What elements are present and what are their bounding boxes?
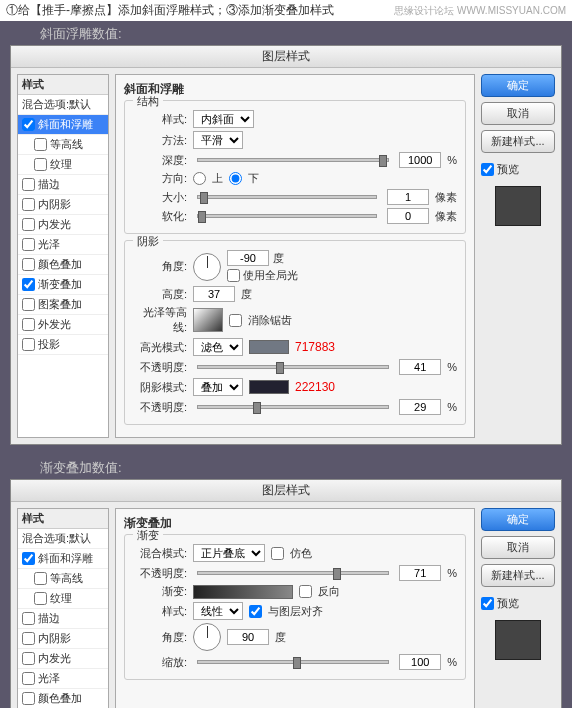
preview-swatch — [495, 186, 541, 226]
style-list-header: 样式 — [18, 509, 108, 529]
altitude-input[interactable] — [193, 286, 235, 302]
blending-options-row[interactable]: 混合选项:默认 — [18, 529, 108, 549]
highlight-mode-select[interactable]: 滤色 — [193, 338, 243, 356]
layerstyle-dialog-gradient: 图层样式 样式 混合选项:默认 斜面和浮雕 等高线 纹理 描边 内阴影 内发光 … — [10, 479, 562, 708]
structure-group-title: 结构 — [133, 94, 163, 109]
style-row-patternoverlay[interactable]: 图案叠加 — [18, 295, 108, 315]
shadow-color-swatch[interactable] — [249, 380, 289, 394]
bevel-section-label: 斜面浮雕数值: — [0, 21, 572, 45]
style-row-contour[interactable]: 等高线 — [18, 135, 108, 155]
style-list: 样式 混合选项:默认 斜面和浮雕 等高线 纹理 描边 内阴影 内发光 光泽 颜色… — [17, 508, 109, 708]
soften-slider[interactable] — [197, 214, 377, 218]
highlight-color-annot: 717883 — [295, 340, 335, 354]
dir-down-radio[interactable] — [229, 172, 242, 185]
sopacity-input[interactable] — [399, 399, 441, 415]
hopacity-slider[interactable] — [197, 365, 389, 369]
gloss-contour-picker[interactable] — [193, 308, 223, 332]
highlight-color-swatch[interactable] — [249, 340, 289, 354]
hopacity-input[interactable] — [399, 359, 441, 375]
newstyle-button[interactable]: 新建样式... — [481, 130, 555, 153]
style-row-coloroverlay[interactable]: 颜色叠加 — [18, 689, 108, 708]
sopacity-slider[interactable] — [197, 405, 389, 409]
shading-group-title: 阴影 — [133, 234, 163, 249]
style-row-bevel[interactable]: 斜面和浮雕 — [18, 115, 108, 135]
grad-opacity-slider[interactable] — [197, 571, 389, 575]
style-list: 样式 混合选项:默认 斜面和浮雕 等高线 纹理 描边 内阴影 内发光 光泽 颜色… — [17, 74, 109, 438]
style-row-innershadow[interactable]: 内阴影 — [18, 629, 108, 649]
dir-up-radio[interactable] — [193, 172, 206, 185]
dialog-buttons: 确定 取消 新建样式... 预览 — [481, 508, 555, 708]
antialias-check[interactable] — [229, 314, 242, 327]
align-check[interactable] — [249, 605, 262, 618]
dither-check[interactable] — [271, 547, 284, 560]
layerstyle-dialog-bevel: 图层样式 样式 混合选项:默认 斜面和浮雕 等高线 纹理 描边 内阴影 内发光 … — [10, 45, 562, 445]
gradient-panel: 渐变叠加 渐变 混合模式:正片叠底仿色 不透明度:% 渐变:反向 样式:线性与图… — [115, 508, 475, 708]
preview-check[interactable] — [481, 597, 494, 610]
grad-opacity-input[interactable] — [399, 565, 441, 581]
preview-swatch — [495, 620, 541, 660]
panel-title: 斜面和浮雕 — [124, 81, 466, 98]
bevel-technique-select[interactable]: 平滑 — [193, 131, 243, 149]
style-list-header: 样式 — [18, 75, 108, 95]
style-row-satin[interactable]: 光泽 — [18, 669, 108, 689]
angle-dial[interactable] — [193, 253, 221, 281]
bevel-style-select[interactable]: 内斜面 — [193, 110, 254, 128]
dialog-title: 图层样式 — [11, 46, 561, 68]
gradient-group-title: 渐变 — [133, 528, 163, 543]
style-row-texture[interactable]: 纹理 — [18, 589, 108, 609]
depth-slider[interactable] — [197, 158, 389, 162]
depth-input[interactable] — [399, 152, 441, 168]
blend-mode-select[interactable]: 正片叠底 — [193, 544, 265, 562]
style-row-stroke[interactable]: 描边 — [18, 609, 108, 629]
style-row-coloroverlay[interactable]: 颜色叠加 — [18, 255, 108, 275]
style-row-bevel[interactable]: 斜面和浮雕 — [18, 549, 108, 569]
angle-input[interactable] — [227, 250, 269, 266]
gradient-picker[interactable] — [193, 585, 293, 599]
soften-input[interactable] — [387, 208, 429, 224]
style-row-innerglow[interactable]: 内发光 — [18, 649, 108, 669]
grad-angle-input[interactable] — [227, 629, 269, 645]
style-row-satin[interactable]: 光泽 — [18, 235, 108, 255]
ok-button[interactable]: 确定 — [481, 74, 555, 97]
grad-scale-input[interactable] — [399, 654, 441, 670]
blending-options-row[interactable]: 混合选项:默认 — [18, 95, 108, 115]
dialog-buttons: 确定 取消 新建样式... 预览 — [481, 74, 555, 438]
cancel-button[interactable]: 取消 — [481, 102, 555, 125]
shadow-mode-select[interactable]: 叠加 — [193, 378, 243, 396]
reverse-check[interactable] — [299, 585, 312, 598]
instruction-text: ①给【推手-摩擦点】添加斜面浮雕样式；③添加渐变叠加样式 — [6, 2, 334, 19]
grad-angle-dial[interactable] — [193, 623, 221, 651]
shadow-color-annot: 222130 — [295, 380, 335, 394]
gradient-section-label: 渐变叠加数值: — [0, 455, 572, 479]
panel-title: 渐变叠加 — [124, 515, 466, 532]
style-row-stroke[interactable]: 描边 — [18, 175, 108, 195]
style-row-contour[interactable]: 等高线 — [18, 569, 108, 589]
cancel-button[interactable]: 取消 — [481, 536, 555, 559]
grad-scale-slider[interactable] — [197, 660, 389, 664]
style-row-outerglow[interactable]: 外发光 — [18, 315, 108, 335]
global-light-check[interactable] — [227, 269, 240, 282]
watermark-text: 思缘设计论坛 WWW.MISSYUAN.COM — [394, 4, 566, 18]
style-row-gradientoverlay[interactable]: 渐变叠加 — [18, 275, 108, 295]
style-row-texture[interactable]: 纹理 — [18, 155, 108, 175]
style-row-innershadow[interactable]: 内阴影 — [18, 195, 108, 215]
size-slider[interactable] — [197, 195, 377, 199]
newstyle-button[interactable]: 新建样式... — [481, 564, 555, 587]
bevel-panel: 斜面和浮雕 结构 样式:内斜面 方法:平滑 深度:% 方向:上下 大小:像素 软… — [115, 74, 475, 438]
preview-check[interactable] — [481, 163, 494, 176]
dialog-title: 图层样式 — [11, 480, 561, 502]
grad-style-select[interactable]: 线性 — [193, 602, 243, 620]
size-input[interactable] — [387, 189, 429, 205]
instruction-bar: ①给【推手-摩擦点】添加斜面浮雕样式；③添加渐变叠加样式 思缘设计论坛 WWW.… — [0, 0, 572, 21]
style-row-innerglow[interactable]: 内发光 — [18, 215, 108, 235]
ok-button[interactable]: 确定 — [481, 508, 555, 531]
style-row-dropshadow[interactable]: 投影 — [18, 335, 108, 355]
